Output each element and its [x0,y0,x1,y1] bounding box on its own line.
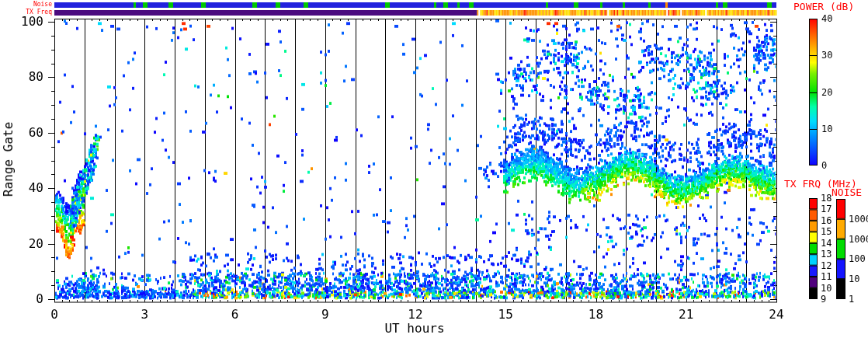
rti-summary-plot: Noise TX Freq Range Gate UT hours POWER … [0,0,868,338]
txfrq-colorbar-tick-label: 12 [821,261,832,270]
txfrq-colorbar-tick-label: 13 [821,249,832,259]
rti-plot-canvas [0,0,868,338]
y-tick-label: 60 [0,127,43,139]
x-tick-label: 21 [679,308,693,321]
x-tick-label: 15 [498,308,513,321]
noise-colorbar-tick-label: 100 [849,254,866,263]
txfrq-colorbar-tick-label: 17 [821,204,832,214]
noise-colorbar-tick-label: 10 [849,274,859,284]
txfrq-colorbar-tick-label: 15 [821,227,832,236]
y-tick-label: 100 [0,16,43,28]
txfrq-colorbar-tick-label: 14 [821,239,832,248]
noise-colorbar-tick-label: 10000 [849,214,868,224]
noise-strip-label: Noise [0,2,52,8]
txfrq-colorbar-tick-label: 10 [821,284,832,293]
txfrq-colorbar-tick-label: 18 [821,193,832,203]
x-tick-label: 12 [408,308,422,321]
x-tick-label: 6 [231,308,239,321]
txfrq-colorbar-tick-label: 9 [821,294,826,304]
power-colorbar-tick-label: 0 [821,161,827,170]
x-tick-label: 0 [50,308,58,321]
y-tick-label: 80 [0,71,43,83]
txfrq-colorbar-tick-label: 16 [821,216,832,225]
txfrq-colorbar-tick-label: 11 [821,272,832,281]
noise-colorbar-tick-label: 1 [849,294,854,304]
x-tick-label: 18 [589,308,603,321]
power-colorbar-tick-label: 30 [821,51,832,60]
power-colorbar-tick-label: 20 [821,88,832,97]
power-colorbar-tick-label: 40 [821,14,832,23]
power-colorbar-title: POWER (dB) [793,2,854,12]
y-tick-label: 0 [0,293,43,305]
x-axis-title: UT hours [384,322,444,335]
x-tick-label: 24 [769,308,783,321]
x-tick-label: 3 [141,308,148,321]
y-tick-label: 40 [0,182,43,194]
noise-colorbar-tick-label: 1000 [849,235,868,244]
x-tick-label: 9 [321,308,329,321]
noise-colorbar-title: NOISE [832,187,862,197]
power-colorbar-tick-label: 10 [821,124,832,134]
y-tick-label: 20 [0,238,43,250]
